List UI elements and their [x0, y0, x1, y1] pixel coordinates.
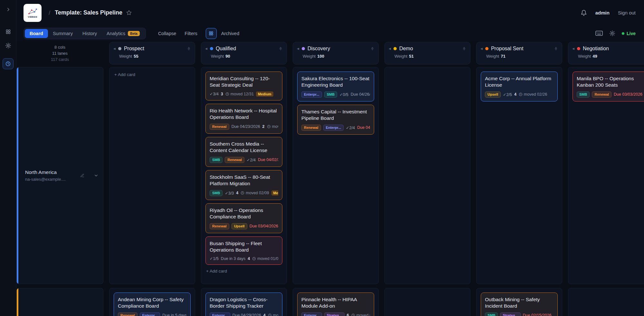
add-card-button[interactable]: + Add card	[205, 268, 227, 275]
collapse-column-button[interactable]: ◀	[205, 47, 207, 50]
tab-board[interactable]: Board	[25, 29, 48, 38]
clock-icon	[267, 125, 271, 129]
collapse-lane-button[interactable]	[94, 173, 99, 178]
expand-sidebar-button[interactable]	[3, 4, 14, 15]
card-meta-row: RenewalEnterpr...Due in 5 days	[118, 312, 186, 316]
moved-text: moved	[272, 124, 278, 129]
due-date: Due in 5 days	[162, 313, 186, 316]
kanban-card[interactable]: Outback Mining -- Safety Incident BoardS…	[481, 292, 558, 316]
card-badge-enterprise: Enterpr...	[210, 312, 230, 316]
pin-column-button[interactable]	[187, 47, 191, 51]
kanban-card[interactable]: Acme Corp -- Annual Platform LicenseUpse…	[481, 72, 558, 101]
kanban-card[interactable]: Andean Mining Corp -- Safety Compliance …	[114, 292, 191, 316]
checklist-progress: ✓3/4	[210, 91, 219, 96]
pin-column-button[interactable]	[462, 47, 466, 51]
column-header-proposal-sent: ◀Proposal SentWeight71	[476, 42, 562, 64]
moved-indicator: moved 12/31	[225, 92, 254, 96]
notifications-button[interactable]	[581, 10, 587, 16]
lane-color-bar	[17, 288, 18, 316]
lane-column-cell: + Add card	[109, 67, 195, 284]
keyboard-shortcuts-button[interactable]	[595, 31, 603, 36]
username-label: admin	[595, 10, 610, 15]
activity-count: 6	[347, 313, 349, 316]
live-status: Live	[622, 31, 636, 36]
card-title: Thames Capital -- Investment Pipeline Bo…	[301, 109, 370, 122]
column-weight: Weight90	[205, 54, 283, 59]
column-weight: Weight71	[480, 54, 558, 59]
column-header-top: ◀Proposal Sent	[480, 46, 558, 52]
pin-column-button[interactable]	[279, 47, 283, 51]
kanban-card[interactable]: Riyadh Oil -- Operations Compliance Boar…	[205, 203, 282, 233]
column-header-top: ◀Negotiation	[572, 46, 644, 52]
kanban-card[interactable]: Dragon Logistics -- Cross-Border Shippin…	[205, 292, 282, 316]
column-color-dot	[577, 47, 580, 50]
activity-count: 4	[263, 313, 266, 316]
tab-history[interactable]: History	[78, 29, 102, 38]
tab-analytics[interactable]: Analytics Beta	[102, 29, 145, 38]
breadcrumb-separator: /	[49, 9, 50, 16]
column-weight: Weight100	[297, 54, 374, 59]
column-weight: Weight49	[572, 54, 644, 59]
pin-column-button[interactable]	[370, 47, 374, 51]
archived-button[interactable]: Archived	[221, 31, 239, 36]
keyboard-icon	[595, 31, 603, 36]
clock-icon	[268, 313, 272, 316]
collapse-column-button[interactable]: ◀	[389, 47, 391, 50]
pin-icon	[462, 47, 466, 51]
pin-column-button[interactable]	[554, 47, 558, 51]
weight-label: Weight	[303, 54, 316, 59]
kanban-card[interactable]: Meridian Consulting -- 120-Seat Strategi…	[205, 72, 282, 101]
favorite-star-button[interactable]	[126, 10, 132, 15]
weight-value: 51	[409, 54, 413, 59]
card-meta-row: Enterpr...SMB✓0/5Due 04/26/2	[301, 91, 370, 98]
kanban-card[interactable]: Thames Capital -- Investment Pipeline Bo…	[297, 105, 374, 135]
column-name: Demo	[399, 46, 459, 52]
main-area: VIBMAN / Template: Sales Pipeline admin …	[16, 0, 644, 316]
clock-icon	[225, 92, 229, 96]
card-badge-renewal: Renewal	[592, 91, 611, 98]
collapse-button[interactable]: Collapse	[158, 31, 176, 36]
column-header-prospect: ◀ProspectWeight55	[109, 42, 195, 64]
kanban-card[interactable]: Sakura Electronics -- 100-Seat Engineeri…	[297, 72, 374, 101]
swimlane-row: North Americana-sales@example....+ Add c…	[16, 67, 644, 284]
kanban-card[interactable]: Rio Health Network -- Hospital Operation…	[205, 104, 282, 134]
collapse-column-button[interactable]: ◀	[297, 47, 299, 50]
collapse-column-button[interactable]: ◀	[480, 47, 483, 50]
stat-cols: 8 cols	[54, 45, 65, 50]
collapse-column-button[interactable]: ◀	[572, 47, 574, 50]
board-settings-button[interactable]	[609, 30, 615, 36]
pin-icon	[554, 47, 558, 51]
app-logo[interactable]: VIBMAN	[24, 4, 42, 22]
settings-button[interactable]	[3, 40, 14, 51]
lane-column-cell: Dragon Logistics -- Cross-Border Shippin…	[201, 288, 287, 316]
lane-column-cell: Pinnacle Health -- HIPAA Module Add-onEn…	[293, 288, 379, 316]
filters-button[interactable]: Filters	[185, 31, 197, 36]
collapse-column-button[interactable]: ◀	[113, 47, 116, 50]
sign-out-button[interactable]: Sign out	[618, 10, 636, 15]
swimlane-row: Andean Mining Corp -- Safety Compliance …	[16, 288, 644, 316]
kanban-card[interactable]: Pinnacle Health -- HIPAA Module Add-onEn…	[297, 292, 374, 316]
card-badge-enterprise: Enterpr...	[301, 91, 322, 98]
page-title: Template: Sales Pipeline	[55, 9, 122, 16]
card-meta-row: ✓3/43moved 12/31Medium	[210, 91, 278, 97]
kanban-card[interactable]: Southern Cross Media -- Content Calendar…	[205, 137, 282, 167]
column-name: Negotiation	[583, 46, 643, 52]
moved-indicator: moved	[267, 124, 278, 129]
grid-view-toggle-button[interactable]	[206, 28, 217, 39]
edit-lane-button[interactable]	[80, 174, 84, 178]
column-weight: Weight55	[113, 54, 191, 59]
kanban-card[interactable]: Manila BPO -- Operations Kanban 200 Seat…	[573, 72, 644, 101]
due-date: Due 04/23/2026	[232, 124, 260, 129]
moved-indicator: moved	[268, 313, 278, 316]
column-name: Discovery	[308, 46, 368, 52]
add-card-button[interactable]: + Add card	[114, 72, 135, 78]
kanban-card[interactable]: Busan Shipping -- Fleet Operations Board…	[205, 236, 282, 265]
apps-grid-button[interactable]	[3, 26, 14, 37]
view-tabs: Board Summary History Analytics Beta	[24, 28, 146, 39]
column-header-top: ◀Prospect	[113, 46, 191, 52]
tab-summary[interactable]: Summary	[48, 29, 78, 38]
logo-graph-icon	[27, 8, 38, 15]
board-header-row: 8 cols 11 lanes 117 cards ◀ProspectWeigh…	[16, 42, 644, 64]
history-nav-button[interactable]	[3, 58, 14, 69]
kanban-card[interactable]: Stockholm SaaS -- 80-Seat Platform Migra…	[205, 170, 282, 200]
